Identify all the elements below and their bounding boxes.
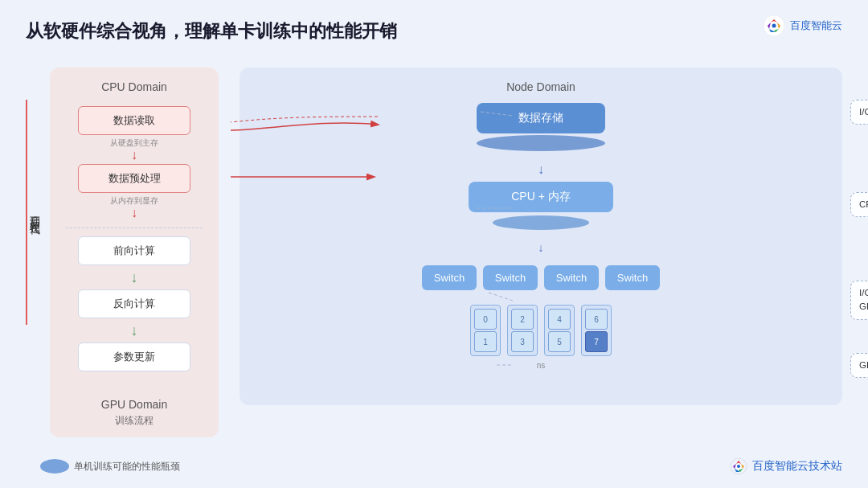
gpu-grid: 0 1 2 3 4 5 — [470, 305, 612, 356]
disk-to-mem-label: 从硬盘到主存 — [110, 137, 158, 149]
logo-area: 百度智能云 — [763, 14, 842, 37]
footer-brand-text: 百度智能云技术站 — [752, 459, 842, 474]
node-domain-label: Node Domain — [252, 80, 829, 93]
storage-box: 数据存储 — [477, 103, 605, 133]
gpu-chip-4: 4 — [548, 309, 571, 330]
cpu-ellipse — [493, 215, 589, 230]
arrow-down-1: ↓ — [131, 149, 137, 162]
main-container: 从软硬件综合视角，理解单卡训练中的性能开销 百度智能云 启动新一轮迭代 CPU … — [0, 0, 868, 488]
gpu-pair-01: 0 1 — [470, 305, 501, 356]
footer-legend: 单机训练可能的性能瓶颈 — [26, 459, 180, 474]
io-gpu-copy-annotation: I/O 开销，CPU- GPU 之间拷贝 — [850, 281, 868, 320]
switch-box-1: Switch — [483, 265, 538, 290]
baidu-logo-icon — [763, 14, 785, 37]
ns-label: ns — [537, 361, 546, 370]
switch-row: Switch Switch Switch Switch — [422, 265, 660, 290]
iteration-label: 启动新一轮迭代 — [26, 100, 42, 325]
gpu-group-45: 4 5 — [544, 305, 575, 356]
gpu-group-67: 6 7 — [581, 305, 612, 356]
mem-to-vram-label: 从内存到显存 — [110, 195, 158, 207]
svg-point-2 — [772, 24, 776, 28]
arrow-storage-cpu: ↓ — [538, 162, 544, 177]
gpu-compute-annotation: GPU 计算和显存开销 — [850, 353, 868, 378]
param-update-box: 参数更新 — [78, 342, 190, 371]
gpu-chip-0: 0 — [474, 309, 497, 330]
arrow-cpu-switch: ↓ — [538, 241, 544, 254]
legend-item-bottleneck: 单机训练可能的性能瓶颈 — [40, 459, 180, 474]
node-center: 数据存储 ↓ CPU + 内存 ↓ Switch Switch Switch S… — [252, 103, 829, 370]
data-read-box: 数据读取 — [78, 106, 190, 135]
switch-box-2: Switch — [544, 265, 599, 290]
gpu-chip-3: 3 — [511, 331, 534, 352]
gpu-chip-6: 6 — [585, 309, 608, 330]
gpu-chip-2: 2 — [511, 309, 534, 330]
switch-box-0: Switch — [422, 265, 477, 290]
arrow-green-1: ↓ — [66, 270, 203, 286]
arrow-green-2: ↓ — [66, 323, 203, 339]
gpu-group-23: 2 3 — [507, 305, 538, 356]
gpu-pair-67: 6 7 — [581, 305, 612, 356]
logo-text: 百度智能云 — [790, 18, 842, 33]
page-title: 从软硬件综合视角，理解单卡训练中的性能开销 — [26, 19, 842, 43]
data-preprocess-box: 数据预处理 — [78, 164, 190, 193]
footer: 单机训练可能的性能瓶颈 百度智能云技术站 — [26, 457, 842, 475]
training-flow-label: 训练流程 — [50, 414, 219, 428]
gpu-chip-7: 7 — [585, 331, 608, 352]
footer-logo-icon — [730, 457, 747, 475]
legend-text: 单机训练可能的性能瓶颈 — [74, 460, 180, 474]
gpu-group-01: 0 1 — [470, 305, 501, 356]
legend-ellipse — [40, 459, 69, 474]
cpu-domain: CPU Domain 数据读取 从硬盘到主存 ↓ 数据预处理 从内存到显存 ↓ … — [50, 68, 219, 437]
switch-box-3: Switch — [605, 265, 660, 290]
gpu-pair-23: 2 3 — [507, 305, 538, 356]
gpu-domain-label: GPU Domain — [50, 398, 219, 411]
backward-compute-box: 反向计算 — [78, 289, 190, 318]
forward-compute-box: 前向计算 — [78, 236, 190, 265]
node-domain: Node Domain 数据存储 ↓ CPU + 内存 ↓ Switch Swi… — [240, 68, 842, 405]
cpu-domain-label: CPU Domain — [66, 80, 203, 93]
gpu-pair-45: 4 5 — [544, 305, 575, 356]
gpu-chip-5: 5 — [548, 331, 571, 352]
svg-point-9 — [737, 465, 740, 468]
arrow-down-2: ↓ — [131, 207, 137, 219]
io-storage-annotation: I/O 开销，从存储读 — [850, 100, 868, 125]
footer-brand: 百度智能云技术站 — [730, 457, 842, 475]
cpu-preprocess-annotation: CPU 数据预处理开销 — [850, 192, 868, 217]
gpu-chip-1: 1 — [474, 331, 497, 352]
cpu-mem-box: CPU + 内存 — [469, 182, 613, 212]
storage-ellipse — [477, 135, 605, 151]
